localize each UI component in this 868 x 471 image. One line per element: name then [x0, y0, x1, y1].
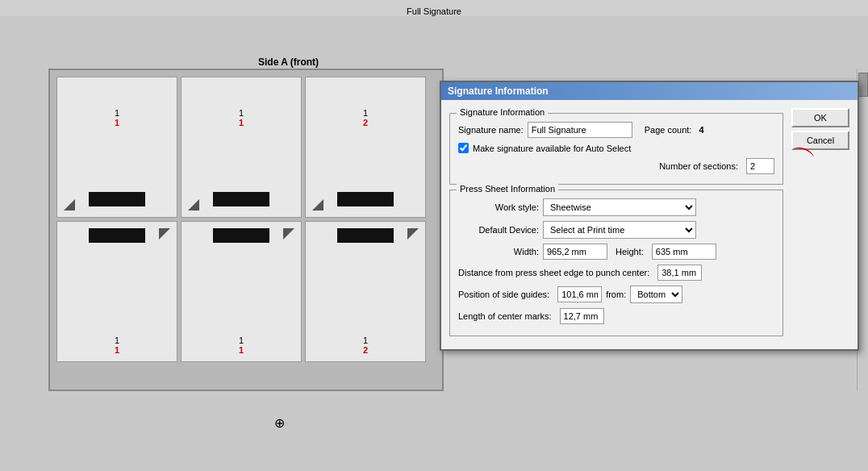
punch-center-label: Distance from press sheet edge to punch …	[458, 268, 649, 277]
width-label: Width:	[458, 247, 539, 256]
dialog-titlebar: Signature Information	[441, 82, 858, 100]
page-content: 1 1	[115, 92, 119, 127]
table-row: 1 1	[181, 221, 302, 362]
work-style-select[interactable]: Sheetwise Work and Turn Work and Tumble …	[543, 198, 696, 216]
black-bar	[337, 192, 394, 206]
default-device-label: Default Device:	[458, 225, 539, 235]
table-row: 1 2	[305, 77, 426, 218]
black-bar	[89, 192, 145, 206]
side-guides-label: Position of side guides:	[458, 290, 549, 299]
height-label: Height:	[616, 247, 644, 256]
auto-select-row: Make signature available for Auto Select	[458, 143, 774, 153]
sig-name-label: Signature name:	[458, 125, 524, 135]
black-bar	[213, 228, 269, 243]
crosshair-icon: ⊕	[274, 415, 285, 431]
page-content: 1 1	[115, 319, 119, 355]
default-device-select[interactable]: Select at Print time None	[543, 221, 696, 239]
num-sections-input[interactable]	[746, 158, 774, 174]
sig-name-row: Signature name: Page count: 4	[458, 122, 774, 138]
ok-button[interactable]: OK	[791, 108, 849, 127]
work-style-label: Work style:	[458, 202, 539, 212]
corner-mark	[407, 228, 419, 240]
corner-mark	[312, 199, 323, 210]
punch-center-input[interactable]	[657, 265, 702, 281]
corner-mark	[283, 228, 294, 240]
page-content: 1 2	[363, 319, 368, 355]
sig-info-group: Signature Information Signature name: Pa…	[449, 113, 783, 185]
press-sheet-group-title: Press Sheet Information	[457, 184, 558, 194]
signature-information-dialog: Signature Information Signature Informat…	[440, 81, 859, 351]
center-marks-row: Length of center marks:	[458, 308, 774, 324]
num-sections-label: Number of sections:	[659, 161, 738, 171]
signature-layout: 1 1 1 1	[48, 69, 444, 391]
cancel-button[interactable]: Cancel	[791, 131, 849, 150]
dimensions-row: Width: Height:	[458, 244, 774, 260]
dialog-title: Signature Information	[448, 85, 549, 97]
table-row: 1 1	[56, 221, 177, 362]
page-content: 1 1	[239, 319, 244, 355]
center-marks-label: Length of center marks:	[458, 311, 552, 321]
black-bar	[337, 228, 394, 243]
table-row: 1 2	[305, 221, 426, 362]
default-device-row: Default Device: Select at Print time Non…	[458, 221, 774, 239]
height-input[interactable]	[652, 244, 716, 260]
side-guides-input[interactable]	[557, 286, 602, 302]
punch-center-row: Distance from press sheet edge to punch …	[458, 265, 774, 281]
from-select[interactable]: Bottom Top	[630, 286, 682, 303]
center-marks-input[interactable]	[560, 308, 604, 324]
dialog-content: Signature Information Signature name: Pa…	[449, 108, 849, 341]
page-content: 1 2	[363, 92, 368, 127]
side-guides-row: Position of side guides: from: Bottom To…	[458, 286, 774, 303]
sig-name-input[interactable]	[528, 122, 632, 138]
scrollbar-thumb[interactable]	[858, 73, 868, 97]
press-sheet-group: Press Sheet Information Work style: Shee…	[449, 190, 783, 336]
black-bar	[89, 228, 145, 243]
corner-mark	[188, 199, 199, 210]
width-input[interactable]	[543, 244, 607, 260]
auto-select-checkbox[interactable]	[458, 143, 469, 153]
corner-mark	[64, 199, 75, 210]
page-content: 1 1	[239, 92, 244, 127]
page-count-label: Page count:	[645, 125, 692, 135]
dialog-body: Signature Information Signature name: Pa…	[441, 100, 858, 349]
table-row: 1 1	[181, 77, 302, 218]
from-label: from:	[606, 290, 626, 299]
black-bar	[213, 192, 269, 206]
corner-mark	[159, 228, 170, 240]
work-style-row: Work style: Sheetwise Work and Turn Work…	[458, 198, 774, 216]
side-a-label: Side A (front)	[258, 56, 319, 68]
buttons-column: OK Cancel	[783, 108, 849, 341]
title-text: Full Signature	[407, 6, 461, 16]
num-sections-row: Number of sections:	[458, 158, 774, 174]
page-grid: 1 1 1 1	[50, 70, 442, 369]
auto-select-label: Make signature available for Auto Select	[473, 144, 631, 153]
page-count-value: 4	[699, 125, 703, 135]
sig-info-group-title: Signature Information	[457, 107, 548, 117]
table-row: 1 1	[56, 77, 177, 218]
dialog-main: Signature Information Signature name: Pa…	[449, 108, 783, 341]
